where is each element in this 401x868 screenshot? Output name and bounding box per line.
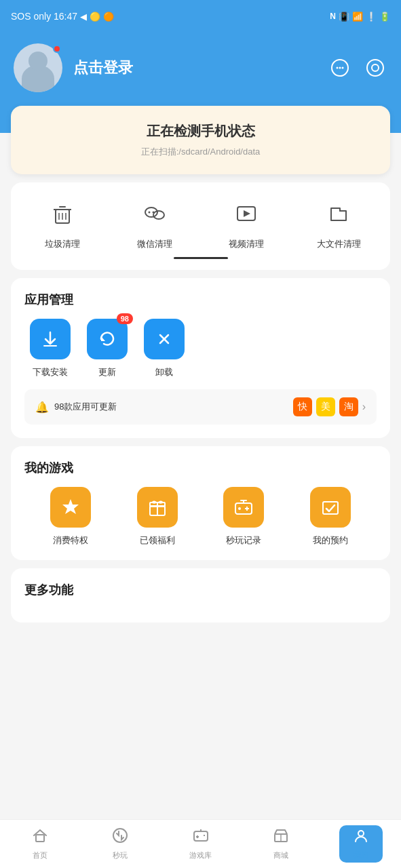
home-label: 首页 <box>33 850 47 861</box>
update-badge: 98 <box>117 313 133 324</box>
app-mgmt-icons: 下载安装 98 更新 卸载 <box>24 319 377 378</box>
game-library-icon <box>193 827 209 848</box>
games-section: 我的游戏 消费特权 已领福利 <box>11 446 390 560</box>
trash-clean-label: 垃圾清理 <box>45 238 80 250</box>
header-icons <box>328 56 387 80</box>
store-label: 商城 <box>273 850 288 861</box>
nav-game-library[interactable]: 游戏库 <box>160 827 240 861</box>
chevron-right-icon: › <box>362 401 366 413</box>
app-icon-meituan: 美 <box>316 397 335 416</box>
svg-point-32 <box>113 829 127 842</box>
nfc-icon: N <box>330 12 336 21</box>
app-icon-1: 🟡 <box>90 12 100 22</box>
tool-divider <box>11 250 390 262</box>
video-clean-tool[interactable]: 视频清理 <box>201 196 293 250</box>
update-item[interactable]: 98 更新 <box>87 319 128 378</box>
more-features-title: 更多功能 <box>24 582 377 598</box>
svg-marker-17 <box>244 210 250 217</box>
avatar-head <box>28 52 47 71</box>
received-benefits-item[interactable]: 已领福利 <box>137 487 178 547</box>
battery-alert-icon: ❕ <box>366 12 377 22</box>
svg-point-14 <box>148 212 150 214</box>
notification-dot <box>53 45 61 53</box>
svg-point-15 <box>152 212 154 214</box>
mine-icon <box>353 828 369 848</box>
wechat-clean-tool[interactable]: 微信清理 <box>109 196 201 250</box>
bigfile-icon <box>321 196 356 231</box>
consume-privilege-item[interactable]: 消费特权 <box>50 487 91 547</box>
instant-play-nav-icon <box>112 827 128 848</box>
app-icon-taobao: 淘 <box>339 397 358 416</box>
wechat-clean-label: 微信清理 <box>137 238 172 250</box>
my-reservations-icon <box>310 487 351 528</box>
battery-icon: 🔋 <box>379 12 390 22</box>
svg-rect-31 <box>36 835 44 842</box>
bottom-nav: 首页 秒玩 游戏库 <box>0 819 401 868</box>
received-benefits-label: 已领福利 <box>140 534 175 547</box>
game-library-label: 游戏库 <box>189 850 212 861</box>
clean-section: 垃圾清理 微信清理 视频清理 <box>11 182 390 270</box>
scan-title: 正在检测手机状态 <box>24 122 377 140</box>
uninstall-item[interactable]: 卸载 <box>144 319 185 378</box>
nav-store[interactable]: 商城 <box>241 827 321 861</box>
navigation-icon: ◀ <box>80 12 87 22</box>
app-icon-2: 🟠 <box>103 12 114 22</box>
download-icon <box>30 319 71 359</box>
profile-section[interactable]: 点击登录 <box>14 43 133 92</box>
wechat-icon <box>137 196 172 231</box>
instant-play-item[interactable]: 秒玩记录 <box>223 487 264 547</box>
app-mgmt-section: 应用管理 下载安装 98 更新 <box>11 278 390 438</box>
nav-home[interactable]: 首页 <box>0 827 80 861</box>
status-time: SOS only 16:47 <box>11 11 77 22</box>
wifi-icon: 📶 <box>352 12 363 22</box>
status-bar: SOS only 16:47 ◀ 🟡 🟠 N 📳 📶 ❕ 🔋 <box>0 0 401 33</box>
svg-point-4 <box>372 64 379 71</box>
settings-icon[interactable] <box>363 56 387 80</box>
bigfile-clean-label: 大文件清理 <box>317 238 361 250</box>
instant-play-nav-label: 秒玩 <box>113 850 128 861</box>
svg-point-40 <box>358 831 364 836</box>
nav-mine[interactable]: 我的 <box>321 825 401 863</box>
avatar-container[interactable] <box>14 43 62 92</box>
uninstall-icon <box>144 319 185 359</box>
games-title: 我的游戏 <box>24 460 377 476</box>
nav-instant-play[interactable]: 秒玩 <box>80 827 160 861</box>
svg-rect-30 <box>323 502 338 514</box>
update-count-text: 98款应用可更新 <box>54 401 117 413</box>
bell-icon: 🔔 <box>35 401 49 414</box>
consume-privilege-icon <box>50 487 91 528</box>
instant-play-icon <box>223 487 264 528</box>
bigfile-clean-tool[interactable]: 大文件清理 <box>292 196 385 250</box>
my-reservations-label: 我的预约 <box>313 534 348 547</box>
mine-label: 我的 <box>354 850 368 860</box>
update-notification-bar[interactable]: 🔔 98款应用可更新 快 美 淘 › <box>24 389 377 425</box>
uninstall-label: 卸载 <box>155 366 173 378</box>
divider-line <box>174 257 228 259</box>
download-label: 下载安装 <box>33 366 68 378</box>
vibrate-icon: 📳 <box>339 12 349 22</box>
app-mgmt-title: 应用管理 <box>24 292 377 308</box>
svg-rect-26 <box>235 503 252 514</box>
received-benefits-icon <box>137 487 178 528</box>
update-bar-left: 🔔 98款应用可更新 <box>35 401 117 414</box>
store-icon <box>273 827 289 848</box>
status-left: SOS only 16:47 ◀ 🟡 🟠 <box>11 11 114 22</box>
login-button[interactable]: 点击登录 <box>73 58 133 78</box>
app-icon-kuaishou: 快 <box>293 397 312 416</box>
svg-marker-22 <box>62 499 79 514</box>
scan-subtitle: 正在扫描:/sdcard/Android/data <box>24 146 377 158</box>
svg-point-13 <box>153 211 164 219</box>
svg-point-5 <box>367 60 383 76</box>
scan-card: 正在检测手机状态 正在扫描:/sdcard/Android/data <box>11 106 390 174</box>
video-clean-label: 视频清理 <box>229 238 264 250</box>
consume-privilege-label: 消费特权 <box>53 534 88 547</box>
svg-point-27 <box>238 507 241 510</box>
my-reservations-item[interactable]: 我的预约 <box>310 487 351 547</box>
more-features-section: 更多功能 <box>11 568 390 623</box>
update-label: 更新 <box>98 366 116 378</box>
message-icon[interactable] <box>328 56 352 80</box>
download-install-item[interactable]: 下载安装 <box>30 319 71 378</box>
video-icon <box>229 196 264 231</box>
svg-point-2 <box>339 67 341 69</box>
trash-clean-tool[interactable]: 垃圾清理 <box>16 196 109 250</box>
